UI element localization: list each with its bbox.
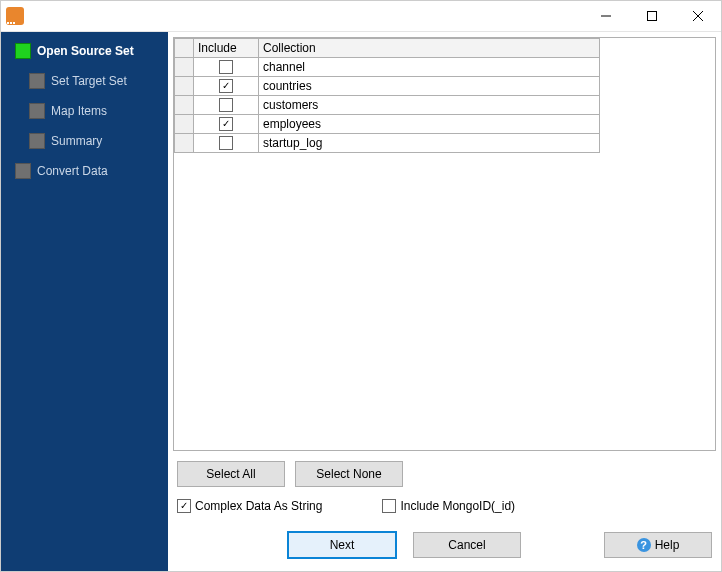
row-header[interactable] [175,77,194,96]
collection-name-cell[interactable]: countries [259,77,600,96]
table-row: customers [175,96,600,115]
app-logo-icon [6,7,24,25]
complex-data-label: Complex Data As String [195,499,322,513]
content-area: Open Source SetSet Target SetMap ItemsSu… [1,32,721,571]
close-icon [693,11,703,21]
step-marker-icon [29,73,45,89]
collection-name-cell[interactable]: customers [259,96,600,115]
include-cell[interactable] [194,134,259,153]
wizard-window: Open Source SetSet Target SetMap ItemsSu… [0,0,722,572]
include-cell[interactable] [194,77,259,96]
wizard-step-convert-data[interactable]: Convert Data [15,160,168,182]
include-checkbox[interactable] [219,98,233,112]
row-header[interactable] [175,58,194,77]
wizard-step-set-target-set[interactable]: Set Target Set [29,70,168,92]
next-button[interactable]: Next [287,531,397,559]
main-panel: Include Collection channelcountriescusto… [168,32,721,571]
collection-table-wrap[interactable]: Include Collection channelcountriescusto… [173,37,716,451]
help-button[interactable]: ? Help [604,532,712,558]
include-mongoid-label: Include MongoID(_id) [400,499,515,513]
minimize-button[interactable] [583,1,629,31]
row-header[interactable] [175,96,194,115]
step-marker-icon [15,163,31,179]
collection-table: Include Collection channelcountriescusto… [174,38,600,153]
step-label: Set Target Set [51,74,127,88]
close-button[interactable] [675,1,721,31]
complex-data-option[interactable]: Complex Data As String [177,499,322,513]
help-icon: ? [637,538,651,552]
table-row: countries [175,77,600,96]
col-header-include[interactable]: Include [194,39,259,58]
select-none-button[interactable]: Select None [295,461,403,487]
help-label: Help [655,538,680,552]
table-row: employees [175,115,600,134]
wizard-footer: Next Cancel ? Help [173,527,716,563]
collection-name-cell[interactable]: startup_log [259,134,600,153]
cancel-button[interactable]: Cancel [413,532,521,558]
col-header-collection[interactable]: Collection [259,39,600,58]
complex-data-checkbox[interactable] [177,499,191,513]
selection-buttons: Select All Select None [173,451,716,493]
row-header-corner[interactable] [175,39,194,58]
wizard-step-open-source-set[interactable]: Open Source Set [15,40,168,62]
step-label: Summary [51,134,102,148]
wizard-sidebar: Open Source SetSet Target SetMap ItemsSu… [1,32,168,571]
collection-name-cell[interactable]: channel [259,58,600,77]
step-marker-icon [15,43,31,59]
maximize-icon [647,11,657,21]
collection-name-cell[interactable]: employees [259,115,600,134]
row-header[interactable] [175,134,194,153]
include-checkbox[interactable] [219,117,233,131]
include-cell[interactable] [194,115,259,134]
step-label: Open Source Set [37,44,134,58]
wizard-step-summary[interactable]: Summary [29,130,168,152]
step-label: Convert Data [37,164,108,178]
step-label: Map Items [51,104,107,118]
include-checkbox[interactable] [219,79,233,93]
table-row: startup_log [175,134,600,153]
include-cell[interactable] [194,58,259,77]
include-checkbox[interactable] [219,60,233,74]
row-header[interactable] [175,115,194,134]
maximize-button[interactable] [629,1,675,31]
svg-rect-1 [648,12,657,21]
select-all-button[interactable]: Select All [177,461,285,487]
include-cell[interactable] [194,96,259,115]
titlebar [1,1,721,32]
step-marker-icon [29,103,45,119]
include-mongoid-option[interactable]: Include MongoID(_id) [382,499,515,513]
step-marker-icon [29,133,45,149]
wizard-step-map-items[interactable]: Map Items [29,100,168,122]
include-checkbox[interactable] [219,136,233,150]
include-mongoid-checkbox[interactable] [382,499,396,513]
options-row: Complex Data As String Include MongoID(_… [173,493,716,527]
table-row: channel [175,58,600,77]
minimize-icon [601,11,611,21]
